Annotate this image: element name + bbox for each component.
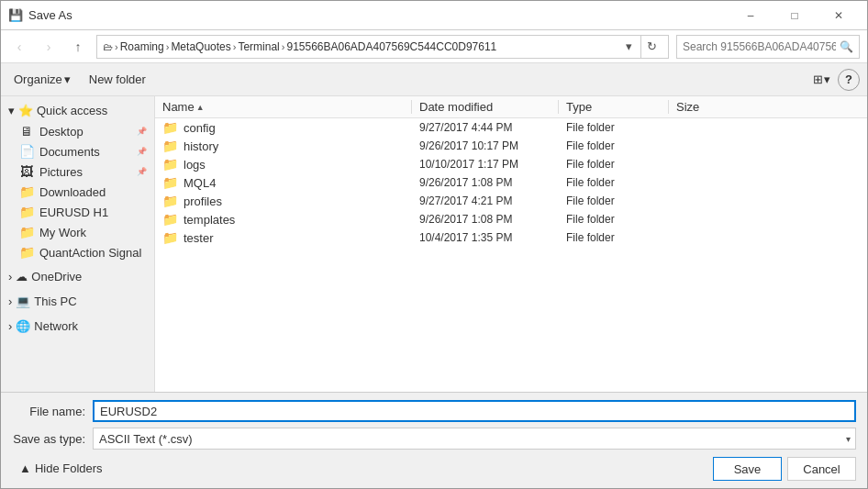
column-size[interactable]: Size [669, 100, 867, 114]
sidebar-item-mywork[interactable]: 📁 My Work [1, 222, 154, 242]
column-date[interactable]: Date modified [412, 100, 559, 114]
star-icon: ⭐ [18, 104, 33, 117]
new-folder-button[interactable]: New folder [83, 69, 151, 90]
sidebar-item-pictures-label: Pictures [39, 165, 83, 179]
onedrive-icon: ☁ [16, 270, 28, 283]
address-terminal[interactable]: Terminal [238, 40, 279, 53]
address-parts: 🗁 › Roaming › MetaQuotes › Terminal › 91… [103, 40, 617, 53]
folder-icon: 📁 [162, 194, 178, 208]
bottom-bar: File name: Save as type: ASCII Text (*.c… [1, 392, 867, 488]
sidebar-item-pictures[interactable]: 🖼 Pictures 📌 [1, 161, 154, 182]
file-type: File folder [559, 158, 669, 171]
action-bar-left: Organize ▾ New folder [8, 69, 151, 90]
folder-icon: 📁 [162, 175, 178, 190]
file-name-cell: 📁 templates [155, 212, 412, 227]
file-date: 9/26/2017 1:08 PM [412, 213, 559, 226]
column-name[interactable]: Name ▲ [155, 100, 412, 114]
network-arrow-icon: › [8, 319, 12, 333]
cancel-button[interactable]: Cancel [787, 457, 856, 481]
file-type: File folder [559, 121, 669, 134]
sort-arrow-icon: ▲ [196, 103, 205, 112]
filename-label: File name: [12, 405, 85, 418]
pin-icon-2: 📌 [137, 147, 147, 156]
hide-folders-toggle[interactable]: ▲ Hide Folders [12, 460, 110, 477]
table-row[interactable]: 📁 config 9/27/2017 4:44 PM File folder [155, 118, 867, 137]
filename-input[interactable] [93, 400, 856, 422]
up-button[interactable]: ↑ [67, 36, 89, 58]
table-row[interactable]: 📁 profiles 9/27/2017 4:21 PM File folder [155, 192, 867, 210]
save-button[interactable]: Save [713, 457, 782, 481]
sidebar: ▾ ⭐ Quick access 🖥 Desktop 📌 📄 Documents… [1, 96, 155, 392]
dialog-title: Save As [28, 8, 72, 22]
file-date: 10/4/2017 1:35 PM [412, 231, 559, 244]
organize-label: Organize [14, 72, 62, 86]
sidebar-item-eurusd[interactable]: 📁 EURUSD H1 [1, 202, 154, 222]
file-list: 📁 config 9/27/2017 4:44 PM File folder 📁… [155, 118, 867, 392]
help-button[interactable]: ? [838, 69, 860, 91]
sidebar-item-quantaction[interactable]: 📁 QuantAction Signal [1, 242, 154, 262]
navigation-toolbar: ‹ › ↑ 🗁 › Roaming › MetaQuotes › Termina… [1, 30, 867, 63]
organize-button[interactable]: Organize ▾ [8, 69, 76, 90]
onedrive-item[interactable]: › ☁ OneDrive [1, 266, 154, 287]
window-controls: – □ ✕ [729, 1, 860, 30]
sidebar-item-downloaded-label: Downloaded [39, 185, 106, 199]
eurusd-folder-icon: 📁 [19, 205, 34, 219]
file-name: tester [184, 231, 214, 245]
file-type: File folder [559, 194, 669, 207]
sidebar-item-documents[interactable]: 📄 Documents 📌 [1, 141, 154, 161]
address-bar[interactable]: 🗁 › Roaming › MetaQuotes › Terminal › 91… [96, 35, 669, 59]
sidebar-item-downloaded[interactable]: 📁 Downloaded [1, 182, 154, 202]
downloaded-folder-icon: 📁 [19, 184, 34, 199]
file-name-cell: 📁 history [155, 139, 412, 153]
forward-button[interactable]: › [38, 36, 60, 58]
file-type: File folder [559, 139, 669, 152]
savetype-label: Save as type: [12, 432, 85, 446]
address-roaming[interactable]: Roaming [120, 40, 164, 53]
refresh-button[interactable]: ↻ [640, 35, 662, 59]
file-name: history [184, 139, 218, 153]
close-button[interactable]: ✕ [818, 1, 860, 30]
table-row[interactable]: 📁 tester 10/4/2017 1:35 PM File folder [155, 228, 867, 247]
minimize-button[interactable]: – [729, 1, 772, 30]
savetype-select[interactable]: ASCII Text (*.csv) [93, 428, 856, 450]
view-button[interactable]: ⊞ ▾ [809, 69, 834, 90]
table-row[interactable]: 📁 MQL4 9/26/2017 1:08 PM File folder [155, 173, 867, 192]
view-chevron-icon: ▾ [824, 72, 830, 86]
file-name-cell: 📁 logs [155, 157, 412, 172]
table-row[interactable]: 📁 logs 10/10/2017 1:17 PM File folder [155, 155, 867, 173]
title-bar: 💾 Save As – □ ✕ [1, 1, 867, 30]
table-row[interactable]: 📁 history 9/26/2017 10:17 PM File folder [155, 137, 867, 155]
quick-access-arrow-icon: ▾ [8, 104, 15, 117]
table-row[interactable]: 📁 templates 9/26/2017 1:08 PM File folde… [155, 210, 867, 228]
thispc-item[interactable]: › 💻 This PC [1, 291, 154, 312]
back-button[interactable]: ‹ [8, 36, 30, 58]
onedrive-arrow-icon: › [8, 270, 12, 283]
folder-icon: 📁 [162, 230, 178, 245]
file-type: File folder [559, 176, 669, 189]
column-type-label: Type [566, 100, 592, 114]
address-sep4: › [282, 41, 285, 52]
quick-access-header[interactable]: ▾ ⭐ Quick access [1, 100, 154, 121]
documents-icon: 📄 [19, 144, 34, 159]
file-name: logs [184, 158, 206, 172]
search-bar[interactable]: 🔍 [676, 35, 860, 59]
address-metaquotes[interactable]: MetaQuotes [171, 40, 230, 53]
organize-chevron-icon: ▾ [64, 72, 71, 86]
sidebar-item-desktop[interactable]: 🖥 Desktop 📌 [1, 121, 154, 141]
folder-icon: 📁 [162, 157, 178, 172]
sidebar-item-desktop-label: Desktop [39, 125, 83, 139]
file-date: 9/26/2017 10:17 PM [412, 139, 559, 152]
content-area: ▾ ⭐ Quick access 🖥 Desktop 📌 📄 Documents… [1, 96, 867, 392]
address-hash[interactable]: 915566BA06ADA407569C544CC0D97611 [286, 40, 496, 53]
file-name: MQL4 [184, 176, 216, 190]
address-dropdown-button[interactable]: ▾ [620, 35, 637, 59]
maximize-button[interactable]: □ [773, 1, 816, 30]
network-item[interactable]: › 🌐 Network [1, 316, 154, 337]
thispc-label: This PC [34, 295, 76, 308]
search-input[interactable] [683, 40, 836, 53]
column-type[interactable]: Type [559, 100, 669, 114]
quick-access-label: Quick access [37, 104, 107, 117]
sidebar-item-mywork-label: My Work [39, 226, 86, 239]
file-date: 10/10/2017 1:17 PM [412, 158, 559, 171]
file-date: 9/26/2017 1:08 PM [412, 176, 559, 189]
